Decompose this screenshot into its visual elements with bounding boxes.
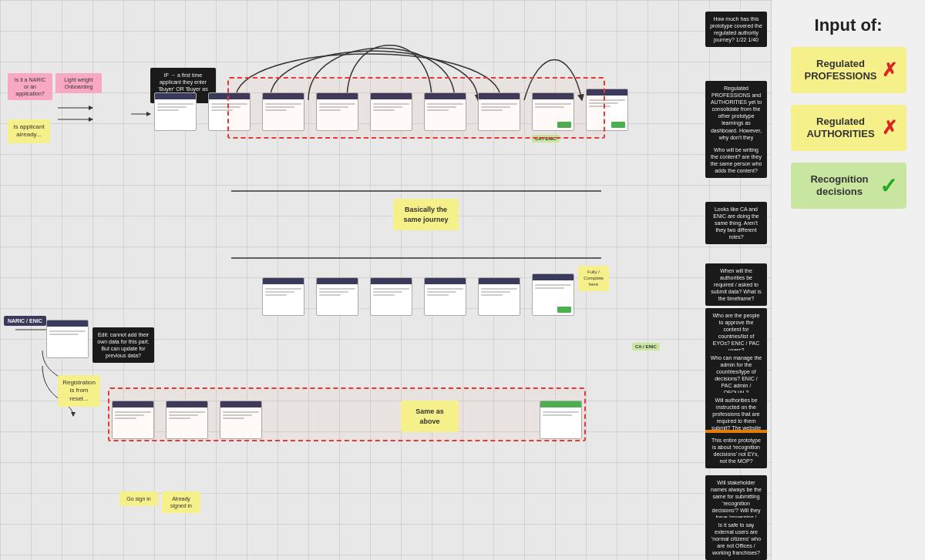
sticky-pink-1[interactable]: Is it a NARIC or an application?: [8, 73, 52, 100]
sticky-lower-right-1[interactable]: When will the authorities be required / …: [705, 263, 767, 306]
professions-cross: ✗: [882, 59, 897, 81]
sticky-mid-right-2[interactable]: Looks like CA and ENIC are doing the sam…: [705, 202, 767, 244]
screen-card-m3[interactable]: [370, 277, 412, 316]
panel-item-professions[interactable]: Regulated PROFESSIONS ✗: [791, 47, 906, 93]
sticky-yellow-m6[interactable]: Fully / Complete here: [578, 266, 609, 291]
screen-card-l1[interactable]: [46, 320, 89, 358]
naric-enic-label: NARIC / ENIC: [4, 316, 46, 326]
screen-card-1[interactable]: [154, 92, 197, 131]
sticky-lower-right-7[interactable]: Is it safe to say external users are 'no…: [705, 518, 767, 560]
dashed-box-top: [227, 77, 605, 139]
screen-card-m4[interactable]: [424, 277, 466, 316]
sticky-yellow-bottom2[interactable]: Already signed in: [162, 491, 200, 513]
screen-card-m5[interactable]: [478, 277, 520, 316]
sticky-same-above[interactable]: Same as above: [401, 401, 459, 432]
sticky-top-right-2[interactable]: Regulated PROFESSIONS and AUTHORITIES ye…: [705, 81, 767, 152]
sticky-mid-right-1[interactable]: Who will be writing the content? are the…: [705, 143, 767, 178]
sticky-top-right-1[interactable]: How much has this prototype covered the …: [705, 12, 767, 47]
sticky-black-bottom[interactable]: Edit: cannot add their own data for this…: [92, 327, 154, 363]
sticky-pink-2[interactable]: Light weight Onboarding: [56, 73, 102, 93]
screen-card-m1[interactable]: [262, 277, 304, 316]
main-canvas: Is it a NARIC or an application? Light w…: [0, 0, 755, 560]
sticky-yellow-bottom1[interactable]: Go sign in: [119, 491, 158, 506]
screen-card-m2[interactable]: [316, 277, 358, 316]
authorities-cross: ✗: [882, 117, 897, 139]
screen-card-br[interactable]: [540, 401, 582, 439]
input-of-title: Input of:: [815, 15, 883, 35]
panel-item-authorities[interactable]: Regulated AUTHORITIES ✗: [791, 105, 906, 151]
authorities-label: Regulated AUTHORITIES: [800, 116, 882, 142]
right-panel: Input of: Regulated PROFESSIONS ✗ Regula…: [771, 0, 925, 560]
screen-card-m6[interactable]: [532, 273, 574, 316]
recognition-label: Recognition decisions: [800, 173, 880, 200]
sticky-lower-right-5[interactable]: This entire prototype is about 'recognit…: [705, 433, 767, 468]
recognition-check: ✓: [880, 173, 897, 199]
sticky-yellow-1[interactable]: Is applicant already...: [8, 119, 50, 143]
professions-label: Regulated PROFESSIONS: [800, 58, 882, 84]
panel-item-recognition[interactable]: Recognition decisions ✓: [791, 163, 906, 209]
dashed-box-bottom: [108, 387, 586, 441]
ca-enic-label-2: CA / ENIC: [632, 343, 660, 350]
sticky-basically-same[interactable]: Basically the same journey: [393, 199, 459, 230]
sticky-yellow-registration[interactable]: Registration is from reset...: [58, 375, 100, 407]
